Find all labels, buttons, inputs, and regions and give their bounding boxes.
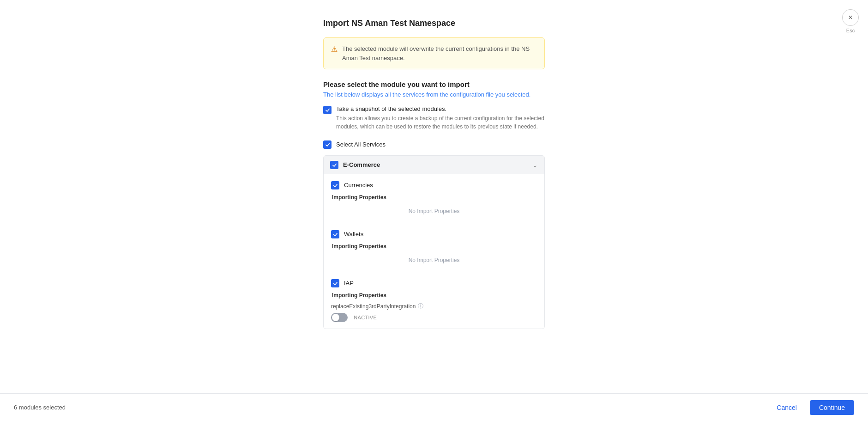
iap-name: IAP: [344, 280, 354, 287]
service-group-header-left: E-Commerce: [330, 160, 380, 169]
iap-checkbox[interactable]: [331, 279, 339, 287]
currencies-item: Currencies Importing Properties No Impor…: [324, 174, 544, 223]
continue-button[interactable]: Continue: [810, 400, 854, 415]
cancel-button[interactable]: Cancel: [769, 400, 804, 415]
panel: Import NS Aman Test Namespace ⚠ The sele…: [323, 18, 545, 356]
iap-toggle-status: INACTIVE: [352, 315, 377, 320]
iap-prop-name: replaceExisting3rdPartyIntegration ⓘ: [331, 302, 537, 310]
footer-actions: Cancel Continue: [769, 400, 854, 415]
currencies-checkbox[interactable]: [331, 181, 339, 189]
select-all-checkbox[interactable]: [323, 140, 332, 149]
section-subtext: The list below displays all the services…: [323, 91, 545, 98]
footer-bar: 6 modules selected Cancel Continue: [0, 393, 868, 421]
snapshot-checkbox[interactable]: [323, 106, 332, 114]
iap-toggle-knob: [332, 314, 339, 321]
warning-text: The selected module will overwrite the c…: [342, 44, 537, 62]
close-area: × Esc: [842, 9, 859, 33]
iap-toggle-property: replaceExisting3rdPartyIntegration ⓘ INA…: [331, 302, 537, 322]
service-group-name: E-Commerce: [343, 161, 380, 168]
warning-banner: ⚠ The selected module will overwrite the…: [323, 37, 545, 69]
main-content: Import NS Aman Test Namespace ⚠ The sele…: [0, 0, 868, 393]
info-icon: ⓘ: [418, 302, 423, 310]
wallets-name: Wallets: [344, 231, 363, 238]
iap-prop-label: replaceExisting3rdPartyIntegration: [331, 303, 416, 310]
close-icon: ×: [848, 13, 852, 22]
wallets-no-import: No Import Properties: [331, 253, 537, 265]
wallets-checkbox[interactable]: [331, 230, 339, 238]
esc-label: Esc: [846, 28, 855, 33]
currencies-name: Currencies: [344, 182, 373, 189]
section-heading: Please select the module you want to imp…: [323, 80, 545, 88]
warning-icon: ⚠: [331, 45, 338, 62]
iap-importing-label: Importing Properties: [331, 292, 537, 299]
iap-item: IAP Importing Properties replaceExisting…: [324, 272, 544, 329]
snapshot-row: Take a snapshot of the selected modules.…: [323, 105, 545, 131]
iap-toggle-row: INACTIVE: [331, 313, 537, 322]
currencies-item-header: Currencies: [331, 181, 537, 189]
currencies-importing-label: Importing Properties: [331, 194, 537, 201]
iap-item-header: IAP: [331, 279, 537, 287]
snapshot-desc: This action allows you to create a backu…: [336, 114, 545, 131]
snapshot-title: Take a snapshot of the selected modules.: [336, 105, 545, 112]
iap-toggle[interactable]: [331, 313, 348, 322]
service-group: E-Commerce ⌄ Currencies I: [323, 155, 545, 329]
chevron-up-icon: ⌄: [532, 161, 538, 169]
page-title: Import NS Aman Test Namespace: [323, 18, 545, 28]
ecommerce-checkbox[interactable]: [330, 161, 338, 169]
modules-selected-text: 6 modules selected: [14, 404, 66, 411]
snapshot-content: Take a snapshot of the selected modules.…: [336, 105, 545, 131]
wallets-item-header: Wallets: [331, 230, 537, 238]
service-items: Currencies Importing Properties No Impor…: [324, 174, 544, 329]
service-group-header[interactable]: E-Commerce ⌄: [324, 156, 544, 174]
close-button[interactable]: ×: [842, 9, 859, 26]
select-all-label: Select All Services: [336, 141, 386, 148]
select-all-row[interactable]: Select All Services: [323, 140, 545, 149]
wallets-item: Wallets Importing Properties No Import P…: [324, 223, 544, 272]
wallets-importing-label: Importing Properties: [331, 243, 537, 250]
currencies-no-import: No Import Properties: [331, 204, 537, 216]
